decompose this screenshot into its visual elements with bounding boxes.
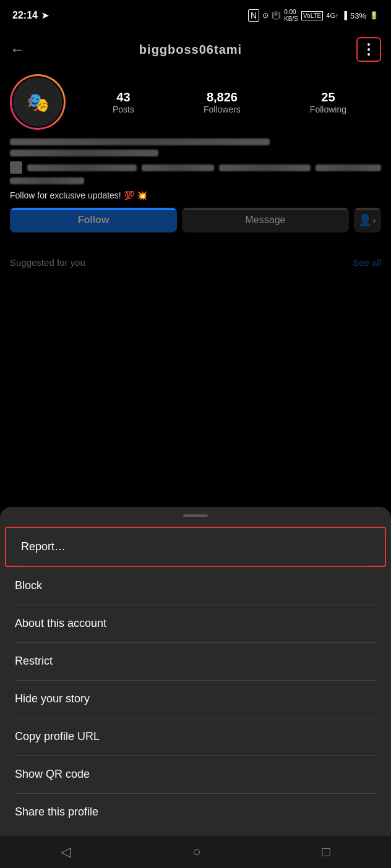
bio-section xyxy=(10,138,381,156)
link-text-1 xyxy=(27,164,137,171)
battery-text: 53% xyxy=(350,11,366,20)
signal-icon: ▐ xyxy=(342,11,347,20)
following-label: Following xyxy=(310,104,346,114)
header: ← biggboss06tami xyxy=(0,31,391,68)
navigation-bar: ◁ ○ □ xyxy=(0,836,391,868)
sheet-item-show-qr[interactable]: Show QR code xyxy=(0,755,391,793)
followers-count: 8,826 xyxy=(207,90,238,104)
vibrate-icon: 📳 xyxy=(272,11,281,20)
back-button[interactable]: ← xyxy=(10,41,25,58)
stats-row: 43 Posts 8,826 Followers 25 Following xyxy=(78,90,381,114)
profile-top: 🎭 43 Posts 8,826 Followers 25 Following xyxy=(10,74,381,130)
followers-label: Followers xyxy=(204,104,241,114)
sheet-item-hide-story[interactable]: Hide your story xyxy=(0,680,391,718)
bio-line-1 xyxy=(10,138,270,145)
menu-button[interactable] xyxy=(356,37,381,62)
avatar: 🎭 xyxy=(12,76,64,128)
status-time: 22:14 ➤ xyxy=(12,10,49,21)
sheet-item-share-profile[interactable]: Share this profile xyxy=(0,793,391,831)
status-icons: N ⊙ 📳 0.00KB/S VoLTE 4G↑ ▐ 53% 🔋 xyxy=(248,9,379,22)
sheet-item-copy-url[interactable]: Copy profile URL xyxy=(0,718,391,755)
n-icon: N xyxy=(248,9,259,22)
posts-stat: 43 Posts xyxy=(113,90,134,114)
sheet-handle xyxy=(183,514,208,517)
bio-line-2 xyxy=(10,150,158,156)
share-profile-label: Share this profile xyxy=(15,806,98,818)
show-qr-label: Show QR code xyxy=(15,768,90,780)
sheet-item-restrict[interactable]: Restrict xyxy=(0,642,391,680)
time-text: 22:14 xyxy=(12,10,38,21)
posts-label: Posts xyxy=(113,104,134,114)
network-4g: 4G↑ xyxy=(326,12,338,19)
link-thumbnail xyxy=(10,161,22,174)
about-label: About this account xyxy=(15,617,106,629)
lte-icon: VoLTE xyxy=(301,11,323,20)
bottom-sheet: Report… Block About this account Restric… xyxy=(0,507,391,836)
sheet-item-report[interactable]: Report… xyxy=(5,527,386,567)
avatar-emoji: 🎭 xyxy=(27,91,49,113)
bio-caption: Follow for exclusive updates! 💯 💥 xyxy=(10,190,381,200)
following-count: 25 xyxy=(321,90,335,104)
nav-home-button[interactable]: ○ xyxy=(192,844,200,860)
block-label: Block xyxy=(15,579,42,592)
avatar-wrapper[interactable]: 🎭 xyxy=(10,74,66,130)
data-speed: 0.00KB/S xyxy=(284,9,298,22)
link-text-3 xyxy=(219,164,310,171)
battery-icon: 🔋 xyxy=(369,11,379,20)
followers-stat[interactable]: 8,826 Followers xyxy=(204,90,241,114)
following-stat[interactable]: 25 Following xyxy=(310,90,346,114)
link-text-2 xyxy=(142,164,215,171)
hide-story-label: Hide your story xyxy=(15,692,90,705)
three-dots-icon xyxy=(367,43,370,56)
status-bar: 22:14 ➤ N ⊙ 📳 0.00KB/S VoLTE 4G↑ ▐ 53% 🔋 xyxy=(0,0,391,31)
sheet-item-about[interactable]: About this account xyxy=(0,605,391,642)
nav-back-button[interactable]: ◁ xyxy=(61,844,71,860)
nav-recents-button[interactable]: □ xyxy=(322,844,330,860)
restrict-label: Restrict xyxy=(15,655,53,667)
bluetooth-icon: ⊙ xyxy=(262,11,269,20)
link-text-4 xyxy=(316,164,381,171)
location-icon: ➤ xyxy=(41,11,49,20)
report-label: Report… xyxy=(21,540,66,553)
bio-link-row xyxy=(10,161,381,174)
posts-count: 43 xyxy=(116,90,130,104)
profile-username: biggboss06tami xyxy=(139,43,242,57)
overlay-dim xyxy=(0,210,391,402)
sheet-item-block[interactable]: Block xyxy=(0,567,391,605)
copy-url-label: Copy profile URL xyxy=(15,730,100,742)
bio-line-3 xyxy=(10,177,84,184)
